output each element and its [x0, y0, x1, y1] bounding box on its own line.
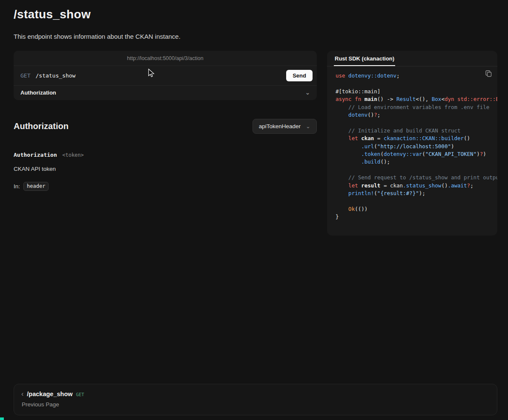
code-panel: Rust SDK (ckanaction) use dotenvy::doten… — [327, 51, 497, 236]
auth-scheme-dropdown[interactable]: apiTokenHeader ⌄ — [253, 119, 317, 134]
endpoint-path: /status_show — [35, 72, 75, 79]
in-label: In: — [14, 183, 20, 190]
tab-rust-sdk[interactable]: Rust SDK (ckanaction) — [334, 51, 395, 66]
request-auth-label: Authorization — [20, 89, 56, 96]
param-location-row: In: header — [14, 182, 317, 191]
send-button[interactable]: Send — [286, 70, 313, 81]
prev-page-card[interactable]: ‹ /package_show GET Previous Page — [14, 384, 497, 415]
base-url-bar: http://localhost:5000/api/3/action — [14, 51, 317, 66]
prev-page-title-row: ‹ /package_show GET — [21, 391, 490, 397]
code-tabs: Rust SDK (ckanaction) — [327, 51, 497, 66]
chevron-down-icon: ⌄ — [305, 90, 310, 95]
authorization-heading: Authorization — [14, 121, 69, 131]
chevron-down-icon: ⌄ — [306, 124, 310, 129]
tab-rust-sdk-label: Rust SDK (ckanaction) — [335, 55, 394, 62]
http-method: GET — [20, 72, 30, 79]
request-auth-toggle[interactable]: Authorization ⌄ — [14, 85, 317, 100]
page-title: /status_show — [14, 8, 497, 21]
main-content: http://localhost:5000/api/3/action GET /… — [14, 51, 497, 236]
code-block[interactable]: use dotenvy::dotenv; #[tokio::main]async… — [336, 72, 497, 221]
copy-icon[interactable] — [485, 70, 492, 78]
prev-page-label: Previous Page — [21, 401, 490, 408]
page-description: This endpoint shows information about th… — [14, 33, 497, 40]
request-card: http://localhost:5000/api/3/action GET /… — [14, 51, 317, 100]
chevron-left-icon: ‹ — [21, 391, 23, 397]
request-row: GET /status_show Send — [14, 66, 317, 85]
page: /status_show This endpoint shows informa… — [0, 0, 508, 420]
base-url: http://localhost:5000/api/3/action — [127, 55, 203, 61]
corner-artifact — [0, 417, 4, 420]
param-row: Authorization <token> — [14, 151, 317, 158]
param-name: Authorization — [14, 152, 57, 158]
param-type: <token> — [62, 152, 84, 158]
prev-page-title: /package_show — [27, 391, 72, 397]
prev-page-method: GET — [76, 392, 84, 397]
auth-header-row: Authorization apiTokenHeader ⌄ — [14, 119, 317, 134]
in-value-badge: header — [23, 182, 49, 191]
param-description: CKAN API token — [14, 166, 317, 172]
left-column: http://localhost:5000/api/3/action GET /… — [14, 51, 317, 191]
code-body: use dotenvy::dotenv; #[tokio::main]async… — [327, 66, 497, 236]
auth-scheme-value: apiTokenHeader — [259, 123, 301, 129]
